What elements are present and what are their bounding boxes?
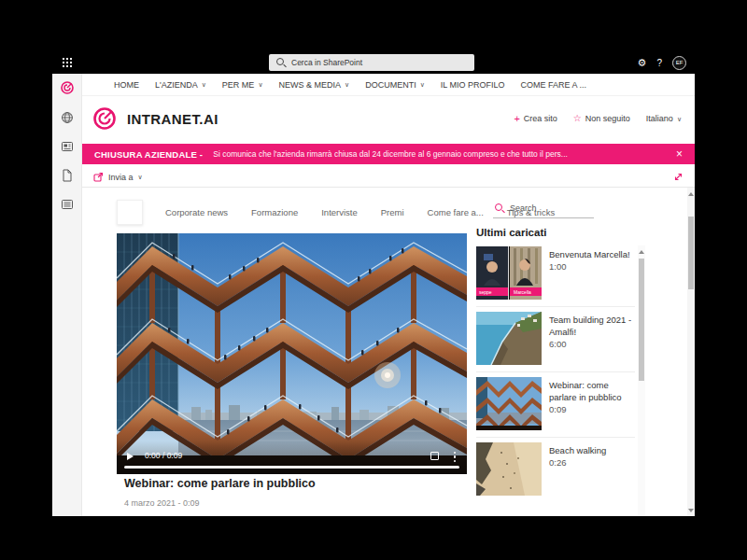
thumbnail-video-call: seppe Marcella [476,246,542,300]
intranet-ai-logo[interactable] [92,105,118,132]
chevron-down-icon: ∨ [202,81,206,88]
uploads-scrollbar[interactable] [638,245,645,516]
plus-icon: + [514,114,519,124]
list-item[interactable]: seppe Marcella Benvenuta Marcella! 1:00 [476,242,635,307]
upload-title: Team building 2021 - Amalfi! [549,315,635,339]
sharepoint-search-input[interactable]: Cerca in SharePoint [269,54,474,71]
video-title: Webinar: come parlare in pubblico [124,477,316,490]
chevron-down-icon: ∨ [420,81,425,88]
nav-item-documenti[interactable]: DOCUMENTI∨ [365,80,425,90]
nav-item-home[interactable]: HOME [114,80,139,90]
upload-title: Webinar: come parlare in pubblico [549,380,635,404]
send-icon [93,172,104,182]
upload-title: Beach walking [549,445,606,457]
scroll-down-icon[interactable] [688,509,694,512]
page-command-bar: Invia a ∨ [82,167,695,188]
video-progress-bar[interactable] [124,466,459,469]
list-item[interactable]: Webinar: come parlare in pubblico 0:09 [476,372,635,438]
tab-formazione[interactable]: Formazione [251,207,298,217]
nav-item-come-fare[interactable]: COME FARE A ... [520,80,586,90]
scroll-up-icon[interactable] [688,192,694,196]
video-meta: 4 marzo 2021 - 0:09 [124,498,200,508]
language-selector[interactable]: Italiano ∨ [646,114,682,123]
tab-come-fare[interactable]: Come fare a... [428,207,484,217]
banner-title-link[interactable]: CHIUSURA AZIENDALE - [94,149,203,160]
sharepoint-window: Cerca in SharePoint ⚙ ? EF [52,51,695,516]
list-item[interactable]: Beach walking 0:26 [476,438,635,502]
tab-interviste[interactable]: Interviste [321,207,358,217]
video-search-input[interactable]: Search [493,202,594,218]
scrollbar-thumb[interactable] [688,217,694,289]
upload-duration: 6:00 [549,339,635,351]
chevron-down-icon: ∨ [138,174,143,180]
video-webpart: Corporate news Formazione Interviste Pre… [82,188,695,516]
vessel-video-frame [117,233,467,474]
video-controls: 0:00 / 0:09 [117,441,467,474]
site-header: INTRANET.AI + Crea sito ☆ Non seguito It… [82,96,695,141]
site-header-actions: + Crea sito ☆ Non seguito Italiano ∨ [514,114,682,124]
intranet-logo-icon[interactable] [60,80,75,95]
play-button[interactable] [127,453,134,460]
chevron-down-icon: ∨ [258,81,262,88]
list-item[interactable]: Team building 2021 - Amalfi! 6:00 [476,307,635,372]
upload-title: Benvenuta Marcella! [549,249,630,261]
upload-duration: 0:09 [549,404,635,416]
upload-duration: 0:26 [549,457,606,469]
suite-bar-actions: ⚙ ? EF [638,56,686,70]
globe-icon[interactable] [61,111,74,124]
thumbnail-beach [476,442,542,496]
send-to-button[interactable]: Invia a ∨ [93,172,143,182]
nav-item-azienda[interactable]: L'AZIENDA∨ [155,80,206,90]
follow-site-button[interactable]: ☆ Non seguito [573,114,630,123]
star-icon: ☆ [573,114,582,123]
thumbnail-amalfi-coast [476,312,542,365]
news-icon[interactable] [61,140,74,153]
banner-message: Si comunica che l'azienda rimarrà chiusa… [213,149,568,159]
scroll-up-icon[interactable] [639,250,644,254]
chevron-down-icon: ∨ [345,81,349,88]
nav-item-per-me[interactable]: PER ME∨ [222,80,263,90]
video-player[interactable]: 0:00 / 0:09 [117,233,467,474]
top-navigation: HOME L'AZIENDA∨ PER ME∨ NEWS & MEDIA∨ DO… [82,74,695,96]
svg-text:seppe: seppe [479,289,492,295]
site-title: INTRANET.AI [127,111,218,127]
search-icon [276,58,286,67]
close-icon[interactable]: × [667,147,683,161]
video-search-placeholder: Search [510,203,537,213]
svg-text:Marcella: Marcella [514,289,531,295]
nav-item-news-media[interactable]: NEWS & MEDIA∨ [279,80,350,90]
settings-gear-icon[interactable]: ⚙ [638,58,647,68]
thumbnail-vessel [476,377,542,430]
app-launcher-icon[interactable] [63,58,72,67]
create-site-button[interactable]: + Crea sito [514,114,557,124]
chevron-down-icon: ∨ [677,116,682,122]
alert-banner: CHIUSURA AZIENDALE - Si comunica che l'a… [82,144,695,164]
more-options-icon[interactable] [454,452,457,463]
suite-bar: Cerca in SharePoint ⚙ ? EF [52,51,695,74]
uploads-list: seppe Marcella Benvenuta Marcella! 1:00 [476,242,635,502]
help-icon[interactable]: ? [656,58,662,68]
scrollbar-thumb[interactable] [639,259,644,381]
uploads-heading: Ultimi caricati [476,227,546,238]
list-icon[interactable] [61,198,74,211]
tab-premi[interactable]: Premi [381,207,404,217]
site-content: HOME L'AZIENDA∨ PER ME∨ NEWS & MEDIA∨ DO… [82,74,695,516]
nav-item-profilo[interactable]: IL MIO PROFILO [441,80,505,90]
webpart-logo-placeholder [117,200,143,225]
expand-diagonal-icon[interactable] [673,169,684,186]
fullscreen-icon[interactable] [430,452,439,460]
webpart-scrollbar[interactable] [687,188,695,516]
sharepoint-search-placeholder: Cerca in SharePoint [291,58,362,67]
tab-corporate-news[interactable]: Corporate news [165,207,228,217]
search-icon [495,203,504,213]
document-icon[interactable] [62,169,73,182]
user-avatar[interactable]: EF [672,56,686,70]
sharepoint-app-bar [52,74,82,516]
video-time: 0:00 / 0:09 [145,451,182,460]
upload-duration: 1:00 [549,261,630,273]
